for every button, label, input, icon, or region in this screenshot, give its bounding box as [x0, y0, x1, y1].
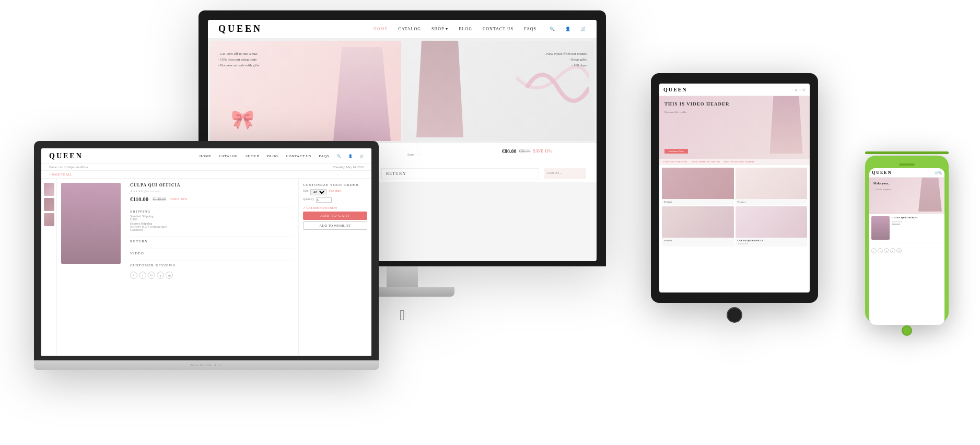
imac-user-icon[interactable]: 👤 [565, 27, 570, 31]
imac-search-icon[interactable]: 🔍 [550, 27, 555, 31]
phone-volume-btn [865, 151, 949, 154]
mb-facebook-icon[interactable]: f [130, 272, 137, 279]
mb-linkedin-icon[interactable]: in [148, 272, 155, 279]
ph-twitter-icon[interactable]: t [878, 248, 883, 253]
mb-breadcrumb-bar: Home > all > Culpa qui officia Thursday,… [41, 164, 371, 171]
phone-device: QUEEN 🛒 🔍 Make your... ...a little brigh… [865, 151, 949, 336]
tab-product-card-3[interactable]: Product [662, 206, 734, 247]
mb-thumb-1[interactable] [44, 183, 54, 196]
mb-nav-catalog[interactable]: CATALOG [219, 154, 238, 158]
mb-size-select[interactable]: 48 [310, 189, 326, 195]
ph-hero-model [918, 178, 942, 212]
mb-customize-title: CUSTOMIZE YOUR ORDER [303, 183, 367, 187]
tab-product-card-1[interactable]: Product [662, 168, 734, 205]
mb-size-row: Size 48 Size chart [303, 189, 367, 195]
mb-thumb-2[interactable] [44, 198, 54, 211]
ph-hero-text: Make your... [873, 182, 890, 185]
ph-email-icon[interactable]: ✉ [896, 248, 902, 253]
imac-nav-faqs[interactable]: FAQS [524, 27, 536, 31]
tab-promo-2: FREE SHIPPING ORDER [692, 160, 720, 163]
imac-customize-label: CUSTO... [544, 168, 586, 179]
mb-logo: QUEEN [49, 152, 83, 160]
ph-product-card-1[interactable]: CULPA QUI OFFICIA ★★★★★ €110.00 [871, 216, 942, 242]
tab-product-card-4[interactable]: CULPA QUI OFFICIA ★★★★★ [736, 206, 808, 247]
mb-nav-faqs[interactable]: FAQS [319, 154, 329, 158]
imac-price: €80.00 [502, 148, 517, 154]
tablet-outer: QUEEN ⊞ ♡ 🛒 THIS IS VIDEO HEADER Optiona… [651, 73, 818, 303]
tab-hero-title: THIS IS VIDEO HEADER [664, 101, 730, 107]
imac-stand-neck [387, 266, 418, 287]
mb-google-icon[interactable]: g [157, 272, 164, 279]
imac-return-btn[interactable]: RETURN [381, 168, 539, 179]
mb-nav: QUEEN HOME CATALOG SHOP ▾ BLOG CONTACT U… [41, 148, 371, 164]
mb-old-price: €130.00 [153, 197, 166, 202]
mb-nav-blog[interactable]: BLOG [267, 154, 278, 158]
macbook-model-label: MacBook Air [191, 363, 222, 367]
mb-user-icon[interactable]: 👤 [348, 154, 352, 158]
ph-logo: QUEEN [872, 170, 892, 175]
imac-hero-right-text: - New styles from hot brands - Xmas gift… [544, 51, 587, 69]
mb-standard-price: US$0 [130, 218, 293, 221]
imac-size-section: Size - [407, 148, 492, 158]
mb-email-icon[interactable]: ✉ [166, 272, 173, 279]
ph-search-icon[interactable]: 🔍 [938, 171, 942, 174]
mb-save: SAVE 15% [170, 197, 187, 201]
ph-product-img-1 [871, 216, 890, 240]
tab-purchase-btn[interactable]: Purchase Now [664, 149, 688, 154]
mb-back-link[interactable]: < BACK TO ALL [41, 171, 371, 179]
imac-cart-icon[interactable]: 🛒 [581, 27, 586, 31]
tab-product-img-3 [662, 206, 734, 238]
ph-facebook-icon[interactable]: f [871, 248, 877, 253]
mb-video-section: VIDEO [130, 249, 293, 257]
mb-nav-shop[interactable]: SHOP ▾ [246, 154, 259, 158]
ph-google-icon[interactable]: g [890, 248, 895, 253]
mb-search-icon[interactable]: 🔍 [337, 154, 341, 158]
phone-outer: QUEEN 🛒 🔍 Make your... ...a little brigh… [865, 156, 949, 323]
bow-decoration: 🎀 [231, 109, 254, 131]
mb-product-details: CULPA QUI OFFICIA ★★★★★ (No reviews) €11… [125, 179, 298, 355]
macbook-device: QUEEN HOME CATALOG SHOP ▾ BLOG CONTACT U… [34, 141, 379, 370]
tab-cart-icon[interactable]: 🛒 [802, 88, 806, 91]
imac-nav-home[interactable]: HOME [374, 27, 388, 31]
tab-product-grid: Product Product Product CULPA QUI OFFICI… [659, 165, 810, 249]
tab-product-card-2[interactable]: Product [736, 168, 808, 205]
tab-promo-3: REFUND MONEY ORDER [724, 160, 754, 163]
imac-nav-contact[interactable]: CONTACT US [483, 27, 514, 31]
mb-twitter-icon[interactable]: t [139, 272, 146, 279]
tab-culpa-stars: ★★★★★ [738, 242, 806, 245]
mb-price-row: €110.00 €130.00 SAVE 15% [130, 194, 293, 204]
tab-heart-icon[interactable]: ♡ [799, 88, 801, 91]
ph-social-icons: f t in g ✉ [869, 247, 944, 255]
imac-nav-shop[interactable]: SHOP ▾ [431, 27, 448, 31]
mb-content-area: CULPA QUI OFFICIA ★★★★★ (No reviews) €11… [41, 179, 371, 355]
mb-discount-link[interactable]: ✓ GET DISCOUNT NOW [303, 206, 367, 209]
tab-grid-icon[interactable]: ⊞ [795, 88, 797, 91]
mb-add-to-cart-btn[interactable]: ADD TO CART [303, 212, 367, 220]
ph-linkedin-icon[interactable]: in [884, 248, 889, 253]
ph-product-title-1: CULPA QUI OFFICIA [892, 216, 918, 219]
mb-nav-home[interactable]: HOME [200, 154, 212, 158]
mb-wishlist-btn[interactable]: ADD TO WISHLIST [303, 221, 367, 230]
imac-logo: QUEEN [218, 24, 262, 34]
mb-shipping-title: SHIPPING [130, 209, 293, 214]
tab-product-info-2: Product [736, 199, 808, 205]
mb-qty-input[interactable] [316, 197, 332, 203]
tablet-home-btn[interactable] [727, 307, 742, 323]
mb-cart-icon[interactable]: 🛒 [360, 154, 364, 158]
mb-size-chart-link[interactable]: Size chart [329, 189, 341, 195]
tab-hero: THIS IS VIDEO HEADER Optional Alt... ...… [659, 96, 810, 159]
ph-price-1: €110.00 [892, 223, 918, 226]
mb-express-price: US$30.00 [130, 228, 293, 231]
ph-nav: QUEEN 🛒 🔍 [869, 168, 944, 178]
imac-nav: QUEEN HOME CATALOG SHOP ▾ BLOG CONTACT U… [208, 20, 597, 39]
mb-thumb-3[interactable] [44, 213, 54, 226]
imac-size-value: - [418, 153, 419, 157]
imac-hero-model-right [414, 41, 466, 137]
imac-nav-catalog[interactable]: CATALOG [398, 27, 421, 31]
mb-return-title: RETURN [130, 239, 293, 243]
ph-cart-icon[interactable]: 🛒 [935, 171, 938, 174]
phone-home-btn[interactable] [902, 325, 912, 336]
tab-hero-model [768, 96, 804, 154]
imac-nav-blog[interactable]: BLOG [459, 27, 472, 31]
mb-nav-contact[interactable]: CONTACT US [286, 154, 311, 158]
